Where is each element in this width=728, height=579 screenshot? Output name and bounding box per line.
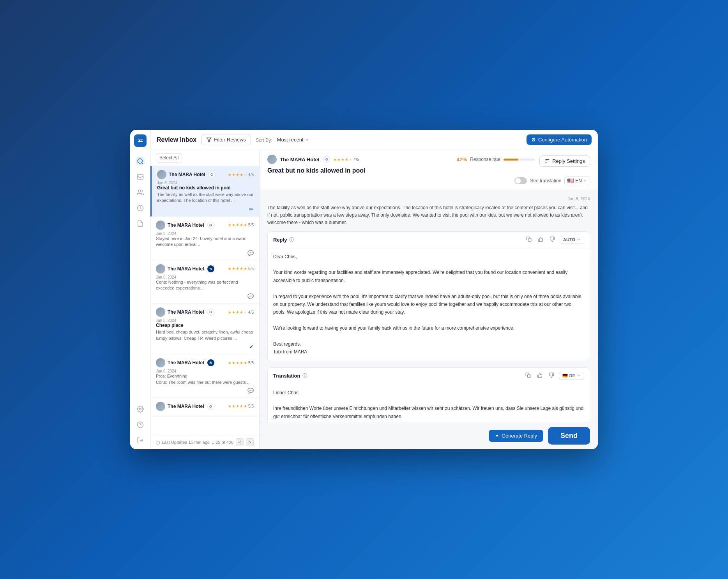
de-language-selector[interactable]: 🇩🇪 DE: [559, 372, 584, 380]
svg-point-4: [139, 408, 141, 410]
review-text: The facility as well as the staff were w…: [267, 204, 590, 227]
review-item[interactable]: The MARA Hotel G ★★★★★ 4/5 Jan 8, 2024 C…: [150, 304, 259, 354]
flag-icon: 🇺🇸: [567, 178, 574, 184]
detail-star-rating: ★★★★★ 4/5: [333, 157, 359, 162]
star-rating: ★★★★★ 5/5: [228, 267, 254, 271]
translation-box: Translation ⓘ: [267, 367, 590, 422]
detail-body: Jan 8, 2024 The facility as well as the …: [260, 190, 598, 422]
reply-content[interactable]: Dear Chris, Your kind words regarding ou…: [268, 248, 590, 361]
topbar: Review Inbox Filter Reviews Sort By: Mos…: [150, 130, 598, 150]
detail-review-title: Great but no kids allowed in pool: [267, 167, 590, 174]
prev-page-button[interactable]: <: [236, 438, 244, 446]
review-item[interactable]: The MARA Hotel B ★★★★★ 5/5 Jan 8, 2024 C…: [150, 260, 259, 304]
copy-icon[interactable]: [525, 236, 533, 244]
svg-marker-8: [207, 138, 211, 142]
star-rating: ★★★★★ 4/5: [228, 173, 254, 177]
de-flag-icon: 🇩🇪: [562, 373, 568, 378]
reply-header: Reply ⓘ: [268, 232, 590, 248]
avatar: [157, 170, 166, 179]
review-title: Great but no kids allowed in pool: [157, 185, 254, 191]
avatar: [156, 264, 165, 274]
review-date: Jan 8, 2024: [156, 369, 254, 373]
review-item[interactable]: The MARA Hotel G ★★★★★ 5/5: [150, 398, 259, 417]
review-list: Select All The MARA Hotel G ★★★★★: [150, 150, 260, 449]
avatar: [156, 221, 165, 230]
sidebar-item-history[interactable]: [136, 204, 145, 212]
detail-hotel-name: The MARA Hotel: [280, 157, 319, 162]
review-item[interactable]: The MARA Hotel B ★★★★★ 5/5 Jan 8, 2024 P…: [150, 354, 259, 398]
review-hotel-name: The MARA Hotel: [168, 309, 204, 315]
filter-reviews-button[interactable]: Filter Reviews: [201, 134, 251, 145]
generate-reply-button[interactable]: ✦ Generate Reply: [489, 430, 543, 442]
sidebar-item-reports[interactable]: [136, 219, 145, 228]
send-button[interactable]: Send: [548, 427, 590, 445]
platform-badge-google: G: [207, 309, 214, 316]
pagination: 1-25 of 400 < >: [212, 438, 254, 446]
avatar: [156, 402, 165, 411]
review-item[interactable]: The MARA Hotel G ★★★★★ 5/5 Jan 8, 2024 S…: [150, 217, 259, 260]
next-page-button[interactable]: >: [246, 438, 254, 446]
avatar: [156, 358, 165, 367]
sort-select[interactable]: Most recent: [277, 137, 310, 143]
review-excerpt: The facility as well as the staff were w…: [157, 192, 254, 204]
response-rate-percentage: 47%: [457, 157, 467, 162]
translation-content: Lieber Chris, Ihre freundlichen Worte üb…: [268, 384, 590, 422]
star-rating: ★★★★★ 5/5: [228, 404, 254, 408]
review-list-header: Select All: [150, 150, 259, 166]
star-rating: ★★★★★ 4/5: [228, 310, 254, 314]
info-icon[interactable]: ⓘ: [289, 237, 294, 243]
review-excerpt: Hard bed, cheap duvet, scratchy linen, a…: [156, 329, 254, 341]
review-excerpt: Cons: Nothing - everything was perfect a…: [156, 279, 254, 291]
generate-icon: ✦: [495, 433, 499, 439]
svg-point-0: [138, 159, 142, 163]
language-code: EN: [575, 178, 582, 184]
avatar: [156, 307, 165, 317]
review-list-footer: Last Updated 15 min ago 1-25 of 400 < >: [150, 435, 259, 449]
sidebar-item-users[interactable]: [136, 188, 145, 197]
platform-badge-booking: B: [207, 265, 214, 272]
sort-value: Most recent: [277, 137, 304, 143]
thumbs-up-icon[interactable]: [536, 236, 545, 244]
review-hotel-name: The MARA Hotel: [168, 222, 204, 228]
de-language-code: DE: [569, 373, 575, 378]
sidebar: [130, 130, 150, 449]
translation-copy-icon[interactable]: [524, 372, 532, 380]
last-updated: Last Updated 15 min ago: [156, 440, 210, 445]
translation-thumbs-down-icon[interactable]: [547, 372, 556, 380]
response-rate-track: [504, 159, 535, 161]
configure-automation-button[interactable]: ⚙ Configure Automation: [527, 134, 592, 145]
message-icon[interactable]: 💬: [247, 293, 254, 299]
language-selector[interactable]: 🇺🇸 EN: [564, 177, 590, 185]
response-rate-label: Response rate: [470, 157, 500, 162]
pagination-info: 1-25 of 400: [212, 440, 233, 445]
review-excerpt: Pros: EverythingCons: The room was fine …: [156, 373, 254, 385]
review-title: Cheap place: [156, 323, 254, 328]
message-icon[interactable]: 💬: [247, 388, 254, 394]
edit-icon[interactable]: ✏: [249, 206, 254, 212]
review-date: Jan 8, 2024: [157, 181, 254, 185]
see-translation-label: See translation: [530, 178, 561, 184]
auto-badge[interactable]: AUTO: [560, 236, 584, 244]
response-rate: 47% Response rate: [457, 157, 535, 162]
select-all-button[interactable]: Select All: [156, 153, 182, 162]
sidebar-item-help[interactable]: [136, 420, 145, 429]
reply-settings-button[interactable]: Reply Settings: [539, 155, 590, 167]
last-updated-text: Last Updated 15 min ago: [162, 440, 210, 445]
review-item[interactable]: The MARA Hotel G ★★★★★ 4/5 Jan 8, 2024 G…: [150, 166, 259, 217]
review-date-detail: Jan 8, 2024: [267, 196, 590, 201]
review-date: Jan 8, 2024: [156, 318, 254, 323]
sidebar-item-search[interactable]: [136, 157, 145, 166]
sidebar-item-settings[interactable]: [136, 405, 145, 413]
translation-thumbs-up-icon[interactable]: [535, 372, 544, 380]
star-rating: ★★★★★ 5/5: [228, 223, 254, 227]
translation-info-icon[interactable]: ⓘ: [302, 372, 307, 379]
platform-badge-google: G: [207, 222, 214, 229]
sidebar-item-logout[interactable]: [136, 436, 145, 445]
platform-badge-booking: B: [207, 359, 214, 366]
thumbs-down-icon[interactable]: [548, 236, 557, 244]
configure-automation-label: Configure Automation: [538, 137, 587, 143]
translation-toggle[interactable]: [514, 177, 527, 184]
message-icon[interactable]: 💬: [247, 250, 254, 256]
bottom-actions: ✦ Generate Reply Send: [260, 422, 598, 449]
sidebar-item-inbox[interactable]: [136, 173, 145, 181]
